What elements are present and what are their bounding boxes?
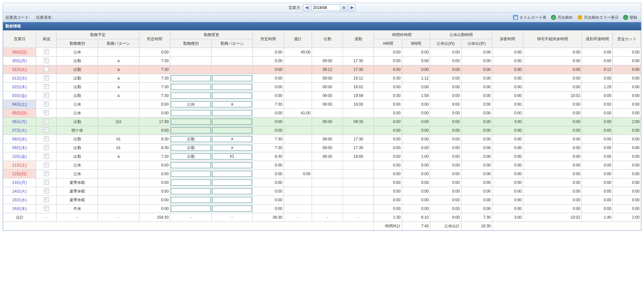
cell-approve[interactable] bbox=[36, 65, 57, 74]
cell-date[interactable]: 08日(水) bbox=[3, 135, 36, 144]
cell-approve[interactable] bbox=[36, 91, 57, 100]
approve-checkbox[interactable] bbox=[44, 84, 49, 89]
cell-change-type[interactable]: 出勤 bbox=[170, 152, 211, 161]
calendar-icon[interactable]: ▦ bbox=[340, 4, 347, 11]
cell-approve[interactable] bbox=[36, 170, 57, 178]
cell-approve[interactable] bbox=[36, 74, 57, 83]
approve-checkbox[interactable] bbox=[44, 58, 49, 63]
cell-date[interactable]: 31日(火) bbox=[3, 65, 36, 74]
month-input[interactable] bbox=[311, 5, 340, 11]
approve-checkbox[interactable] bbox=[44, 49, 49, 54]
cell-ho: 0:00 bbox=[461, 118, 492, 126]
cell-change-type bbox=[170, 65, 211, 74]
cell-change-pattern[interactable]: a bbox=[212, 135, 253, 144]
cell-date[interactable]: 29日(日) bbox=[3, 48, 36, 57]
cell-approve[interactable] bbox=[36, 178, 57, 187]
register-button[interactable]: ○ 登録 bbox=[622, 14, 639, 21]
cell-change-pattern[interactable] bbox=[212, 83, 253, 91]
cell-date[interactable]: 04日(土) bbox=[3, 100, 36, 109]
cell-change-type[interactable]: 出勤 bbox=[170, 144, 211, 152]
cell-approve[interactable] bbox=[36, 126, 57, 135]
cell-approve[interactable] bbox=[36, 48, 57, 57]
cell-approve[interactable] bbox=[36, 152, 57, 161]
cell-date[interactable]: 16日(木) bbox=[3, 204, 36, 213]
cell-approve[interactable] bbox=[36, 135, 57, 144]
approve-checkbox[interactable] bbox=[44, 119, 49, 124]
cell-approve[interactable] bbox=[36, 187, 57, 196]
cell-approve[interactable] bbox=[36, 196, 57, 204]
cell-date[interactable]: 01日(水) bbox=[3, 74, 36, 83]
approve-checkbox[interactable] bbox=[44, 180, 49, 185]
cell-approve[interactable] bbox=[36, 57, 57, 65]
cell-change-pattern[interactable] bbox=[212, 126, 253, 135]
cell-date[interactable]: 10日(金) bbox=[3, 152, 36, 161]
approve-checkbox[interactable] bbox=[44, 128, 49, 133]
approve-checkbox[interactable] bbox=[44, 136, 49, 141]
next-month-button[interactable]: ▶ bbox=[348, 4, 355, 11]
approve-checkbox[interactable] bbox=[44, 67, 49, 72]
cell-approve[interactable] bbox=[36, 118, 57, 126]
monthly-error-button[interactable]: ! 月次締めエラー表示 bbox=[576, 14, 620, 21]
cell-change-type[interactable] bbox=[170, 74, 211, 83]
cell-change-pattern[interactable] bbox=[212, 118, 253, 126]
cell-change-pattern[interactable]: a bbox=[212, 100, 253, 109]
approve-checkbox[interactable] bbox=[44, 206, 49, 211]
cell-change-pattern[interactable] bbox=[212, 204, 253, 213]
cell-approve[interactable] bbox=[36, 109, 57, 118]
cell-change-type[interactable]: 公休 bbox=[170, 100, 211, 109]
cell-change-type[interactable] bbox=[170, 170, 211, 178]
cell-approve[interactable] bbox=[36, 204, 57, 213]
cell-change-pattern[interactable] bbox=[212, 109, 253, 118]
cell-date[interactable]: 03日(金) bbox=[3, 91, 36, 100]
cell-date[interactable]: 11日(土) bbox=[3, 161, 36, 170]
cell-date[interactable]: 30日(月) bbox=[3, 57, 36, 65]
cell-change-type[interactable] bbox=[170, 91, 211, 100]
timecard-button[interactable]: ▤ タイムカード表 bbox=[512, 14, 548, 21]
cell-approve[interactable] bbox=[36, 161, 57, 170]
cell-change-pattern[interactable] bbox=[212, 178, 253, 187]
approve-checkbox[interactable] bbox=[44, 171, 49, 176]
approve-checkbox[interactable] bbox=[44, 110, 49, 115]
cell-change-pattern[interactable] bbox=[212, 170, 253, 178]
approve-checkbox[interactable] bbox=[44, 75, 49, 80]
prev-month-button[interactable]: ◀ bbox=[303, 4, 310, 11]
cell-change-pattern[interactable] bbox=[212, 187, 253, 196]
cell-change-type[interactable]: 出勤 bbox=[170, 135, 211, 144]
cell-change-pattern[interactable] bbox=[212, 74, 253, 83]
cell-approve[interactable] bbox=[36, 144, 57, 152]
approve-checkbox[interactable] bbox=[44, 188, 49, 194]
cell-change-type[interactable] bbox=[170, 187, 211, 196]
cell-date[interactable]: 13日(月) bbox=[3, 178, 36, 187]
approve-checkbox[interactable] bbox=[44, 145, 49, 150]
approve-checkbox[interactable] bbox=[44, 154, 49, 159]
cell-approve[interactable] bbox=[36, 83, 57, 91]
cell-date[interactable]: 12日(日) bbox=[3, 170, 36, 178]
cell-change-pattern[interactable] bbox=[212, 161, 253, 170]
cell-change-type[interactable] bbox=[170, 83, 211, 91]
approve-checkbox[interactable] bbox=[44, 101, 49, 107]
cell-date[interactable]: 02日(木) bbox=[3, 83, 36, 91]
cell-change-pattern[interactable]: a bbox=[212, 144, 253, 152]
cell-change-pattern[interactable] bbox=[212, 196, 253, 204]
cell-change-type[interactable] bbox=[170, 196, 211, 204]
cell-date[interactable]: 06日(月) bbox=[3, 118, 36, 126]
cell-date[interactable]: 05日(日) bbox=[3, 109, 36, 118]
cell-change-pattern[interactable] bbox=[212, 91, 253, 100]
approve-checkbox[interactable] bbox=[44, 162, 49, 167]
cell-change-type[interactable] bbox=[170, 109, 211, 118]
approve-checkbox[interactable] bbox=[44, 197, 49, 202]
cell-change-type[interactable] bbox=[170, 204, 211, 213]
cell-date[interactable]: 14日(火) bbox=[3, 187, 36, 196]
cell-date[interactable]: 07日(火) bbox=[3, 126, 36, 135]
cell-change-type[interactable] bbox=[170, 118, 211, 126]
cell-approve[interactable] bbox=[36, 100, 57, 109]
cell-change-type[interactable] bbox=[170, 178, 211, 187]
cell-date[interactable]: 09日(木) bbox=[3, 144, 36, 152]
cell-date[interactable]: 15日(水) bbox=[3, 196, 36, 204]
cell-change-type[interactable] bbox=[170, 126, 211, 135]
attendance-table: 営業日 承認 勤務予定 所定時間 勤務変更 所定時間 週計 出勤 退勤 時間外時… bbox=[3, 30, 641, 231]
approve-checkbox[interactable] bbox=[44, 93, 49, 98]
cell-change-pattern[interactable]: b1 bbox=[212, 152, 253, 161]
monthly-close-button[interactable]: ✓ 月次締め bbox=[550, 14, 574, 21]
cell-change-type[interactable] bbox=[170, 161, 211, 170]
